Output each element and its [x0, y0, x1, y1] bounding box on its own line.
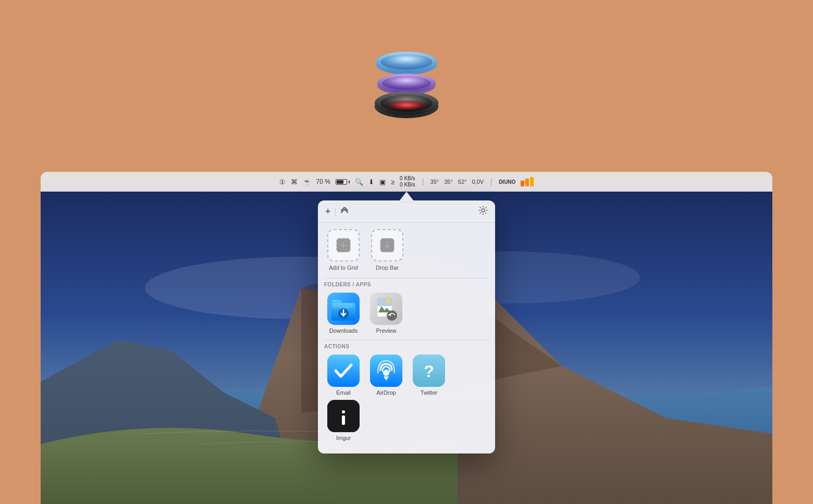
- popup-arrow: [399, 192, 414, 201]
- menu-bar: ① ⌘ ☕ 70 % 🔍 ⬇ ▣ ≥ 0 KB/s 0 KB/s 35° 35°…: [41, 172, 772, 192]
- header-separator: [335, 207, 336, 216]
- preview-icon-wrap: [370, 293, 402, 325]
- airdrop-icon: [370, 355, 402, 387]
- collapse-button[interactable]: [340, 207, 349, 216]
- preview-item[interactable]: Preview: [367, 293, 405, 334]
- menubar-theine-icon[interactable]: ☕: [303, 178, 311, 186]
- actions-section: ACTIONS: [324, 340, 489, 441]
- menubar-voltage: 0,0V: [472, 179, 484, 185]
- email-item[interactable]: Email: [324, 355, 363, 396]
- actions-header: ACTIONS: [324, 340, 489, 349]
- actions-items: Email: [324, 355, 489, 441]
- svg-point-23: [387, 310, 397, 321]
- twitter-label: Twitter: [421, 389, 437, 396]
- menubar-orange-bars: [521, 177, 534, 186]
- svg-point-13: [482, 209, 485, 212]
- add-to-grid-icon[interactable]: [327, 229, 360, 261]
- add-to-grid-label: Add to Grid: [329, 264, 358, 271]
- menubar-temp3: 52°: [458, 179, 467, 185]
- menubar-bartender-icon[interactable]: ≥: [391, 178, 395, 186]
- svg-point-9: [389, 100, 424, 110]
- action-buttons-row: Add to Grid Drop Bar: [324, 229, 489, 271]
- menubar-temp1: 35°: [430, 179, 439, 185]
- svg-point-24: [390, 314, 391, 316]
- downloads-icon: [327, 293, 360, 325]
- menubar-dropzone-icon[interactable]: ⬇: [368, 178, 374, 186]
- menubar-1password-icon[interactable]: ①: [279, 178, 286, 186]
- gear-button[interactable]: [478, 206, 488, 217]
- airdrop-item[interactable]: AirDrop: [367, 355, 405, 396]
- menubar-temp2: 35°: [444, 179, 453, 185]
- menubar-battery-icon[interactable]: [336, 179, 350, 185]
- svg-point-27: [383, 370, 389, 376]
- popup-content: Add to Grid Drop Bar FOLDERS / APPS: [318, 223, 495, 453]
- menubar-network-stats: 0 KB/s 0 KB/s: [400, 175, 415, 188]
- drop-bar-item[interactable]: Drop Bar: [368, 229, 406, 271]
- email-icon: [327, 355, 360, 387]
- svg-point-22: [386, 299, 390, 303]
- app-icon: [354, 29, 459, 133]
- preview-label: Preview: [376, 327, 396, 334]
- email-label: Email: [336, 389, 351, 396]
- airdrop-label: AirDrop: [376, 389, 396, 396]
- menubar-search-icon[interactable]: 🔍: [355, 178, 363, 186]
- imgur-label: Imgur: [336, 435, 351, 441]
- twitter-item[interactable]: ? Twitter: [410, 355, 448, 396]
- drop-bar-icon[interactable]: [371, 229, 403, 261]
- svg-rect-31: [342, 410, 345, 413]
- downloads-item[interactable]: Downloads: [324, 293, 363, 334]
- menubar-battery-percent: 70 %: [316, 178, 330, 185]
- imgur-icon: [327, 400, 360, 432]
- downloads-label: Downloads: [329, 327, 358, 334]
- popup-header: +: [318, 200, 495, 223]
- svg-rect-25: [327, 355, 360, 387]
- macos-window: ① ⌘ ☕ 70 % 🔍 ⬇ ▣ ≥ 0 KB/s 0 KB/s 35° 35°…: [41, 172, 772, 504]
- twitter-icon: ?: [413, 355, 445, 387]
- add-to-grid-item[interactable]: Add to Grid: [324, 229, 363, 271]
- imgur-item[interactable]: Imgur: [324, 400, 363, 441]
- menubar-separator-1: [423, 178, 423, 185]
- popup-panel: +: [318, 200, 495, 453]
- add-button[interactable]: +: [325, 206, 331, 217]
- svg-point-2: [381, 55, 433, 70]
- svg-text:?: ?: [424, 362, 434, 381]
- menubar-diuno-label: DIUNO: [499, 179, 515, 185]
- menubar-separator-2: [491, 178, 491, 185]
- folders-apps-section: FOLDERS / APPS: [324, 278, 489, 334]
- folders-apps-items: Downloads: [324, 293, 489, 334]
- svg-rect-32: [342, 415, 345, 425]
- drop-bar-label: Drop Bar: [376, 264, 399, 271]
- menubar-bluetooth-icon[interactable]: ⌘: [291, 178, 298, 186]
- menubar-display-icon[interactable]: ▣: [379, 178, 386, 186]
- svg-point-5: [382, 77, 431, 90]
- folders-apps-header: FOLDERS / APPS: [324, 278, 489, 287]
